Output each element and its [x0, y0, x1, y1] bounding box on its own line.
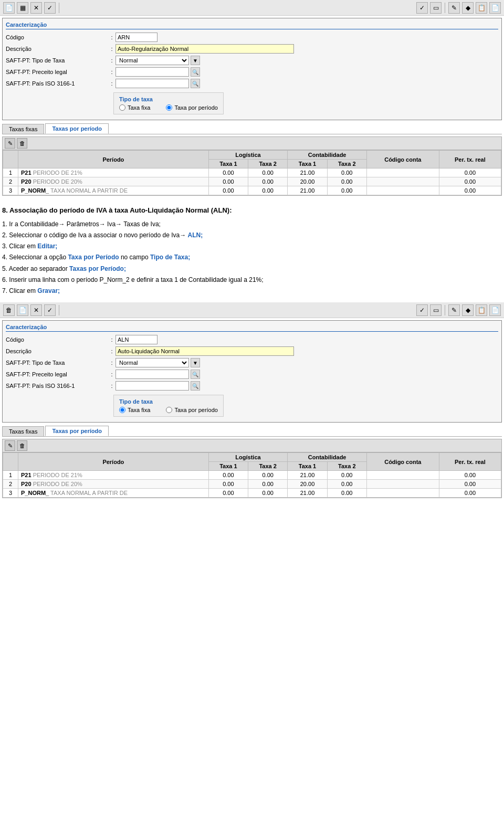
col-header-contabilidade1: Contabilidade	[288, 151, 367, 160]
radio-periodo-option2[interactable]: Taxa por período	[166, 407, 218, 413]
cell-codigo	[366, 480, 439, 489]
saft-pais-dropdown2: 🔍	[116, 381, 498, 391]
diamond-button[interactable]: ◆	[462, 2, 474, 14]
cell-pertx: 0.00	[439, 177, 501, 186]
tab-underline1	[2, 134, 502, 134]
tabs-bar1: Taxas fixas Taxas por período	[2, 123, 502, 134]
step2-bold: ALN;	[188, 231, 203, 239]
code-input2[interactable]	[116, 335, 158, 344]
cell-num: 1	[3, 168, 18, 177]
cell-log2: 0.00	[248, 480, 288, 489]
saft-taxa-btn1[interactable]: ▼	[191, 56, 200, 65]
tbl-delete-btn2[interactable]: 🗑	[17, 440, 27, 451]
confirm-button[interactable]: ✓	[44, 2, 56, 14]
col-cont-taxa2-2: Taxa 2	[327, 462, 366, 471]
code-input1[interactable]	[116, 33, 158, 42]
cell-num: 1	[3, 471, 18, 480]
radio-fixa-label1: Taxa fixa	[128, 104, 150, 111]
saft-pais-btn2[interactable]: 🔍	[191, 381, 200, 391]
cell-codigo	[366, 489, 439, 498]
tab-fixas2[interactable]: Taxas fixas	[2, 426, 44, 436]
cell-pertx: 0.00	[439, 168, 501, 177]
cell-pertx: 0.00	[439, 186, 501, 195]
cell-cont2: 0.00	[327, 177, 366, 186]
new-btn2[interactable]: 📄	[17, 304, 28, 316]
grid-button[interactable]: ▦	[17, 2, 28, 14]
saft-preceito-input1[interactable]	[116, 67, 189, 77]
tab-fixas1[interactable]: Taxas fixas	[2, 124, 44, 134]
col-cont-taxa1-2: Taxa 1	[288, 462, 327, 471]
saft-preceito-btn2[interactable]: 🔍	[191, 370, 200, 379]
diamond-btn2[interactable]: ◆	[462, 304, 474, 316]
saft-taxa-select1[interactable]: Normal	[116, 56, 189, 65]
pencil-button[interactable]: ✎	[448, 2, 460, 14]
step7: 7. Clicar em Gravar;	[2, 286, 502, 296]
radio-fixa-option1[interactable]: Taxa fixa	[119, 104, 150, 111]
step2: 2. Seleccionar o código de Iva a associa…	[2, 230, 502, 240]
toolbar1: 📄 ▦ ✕ ✓ ✓ ▭ ✎ ◆ 📋 📄	[0, 0, 504, 16]
copy-button[interactable]: 📋	[476, 2, 487, 14]
saft-taxa-btn2[interactable]: ▼	[191, 358, 200, 367]
radio-periodo1[interactable]	[166, 104, 172, 111]
desc-input2[interactable]	[116, 346, 294, 356]
saft-preceito-row1: SAFT-PT: Preceito legal : 🔍	[6, 67, 498, 77]
desc-label1: Descrição	[6, 46, 108, 52]
paste-btn2[interactable]: 📄	[489, 304, 501, 316]
delete-btn2[interactable]: 🗑	[3, 304, 15, 316]
desc-label2: Descrição	[6, 348, 108, 354]
section-header2: Caracterização	[6, 324, 498, 332]
radio-periodo-option1[interactable]: Taxa por período	[166, 104, 218, 111]
cell-num: 3	[3, 489, 18, 498]
table-row: 1 P21 PERIODO DE 21% 0.00 0.00 21.00 0.0…	[3, 168, 501, 177]
paste-button[interactable]: 📄	[489, 2, 501, 14]
separator2	[445, 3, 445, 13]
saft-taxa-row2: SAFT-PT: Tipo de Taxa : Normal ▼	[6, 358, 498, 367]
instructions-section: 8. Associação do período de IVA à taxa A…	[2, 205, 502, 296]
confirm-btn2[interactable]: ✓	[44, 304, 56, 316]
col-header-logistica2: Logística	[208, 453, 288, 462]
desc-input1[interactable]	[116, 44, 294, 54]
cell-code: P21 PERIODO DE 21%	[18, 471, 209, 480]
form2-container: Caracterização Código : Descrição : SAFT…	[2, 320, 502, 423]
frame-btn2[interactable]: ▭	[430, 304, 442, 316]
saft-taxa-row1: SAFT-PT: Tipo de Taxa : Normal ▼	[6, 56, 498, 65]
tab-periodo1[interactable]: Taxas por período	[45, 123, 109, 134]
cell-codigo	[366, 186, 439, 195]
delete2-btn2[interactable]: ✕	[30, 304, 42, 316]
saft-pais-btn1[interactable]: 🔍	[191, 79, 200, 88]
tbl-edit-btn1[interactable]: ✎	[5, 138, 15, 149]
delete-button[interactable]: ✕	[30, 2, 42, 14]
separator	[59, 3, 59, 13]
check-button[interactable]: ✓	[416, 2, 428, 14]
saft-preceito-btn1[interactable]: 🔍	[191, 67, 200, 77]
saft-taxa-select2[interactable]: Normal	[116, 358, 189, 367]
copy-btn2[interactable]: 📋	[476, 304, 487, 316]
col-header-pertx1: Per. tx. real	[439, 151, 501, 168]
col-header-periodo2: Período	[18, 453, 209, 471]
code-label2: Código	[6, 336, 108, 343]
check-btn2[interactable]: ✓	[416, 304, 428, 316]
col-header-num1	[3, 151, 18, 168]
radio-fixa1[interactable]	[119, 104, 125, 111]
tab-periodo2[interactable]: Taxas por período	[45, 426, 109, 436]
col-header-periodo1: Período	[18, 151, 209, 168]
saft-pais-row2: SAFT-PT: País ISO 3166-1 : 🔍	[6, 381, 498, 391]
saft-taxa-label1: SAFT-PT: Tipo de Taxa	[6, 57, 108, 64]
frame-button[interactable]: ▭	[430, 2, 442, 14]
tbl-delete-btn1[interactable]: 🗑	[17, 138, 27, 149]
cell-cont1: 21.00	[288, 168, 327, 177]
saft-preceito-input2[interactable]	[116, 370, 189, 379]
new-button[interactable]: 📄	[3, 2, 15, 14]
cell-log1: 0.00	[208, 186, 248, 195]
separator3	[59, 305, 59, 315]
cell-code: P_NORM_ TAXA NORMAL A PARTIR DE	[18, 489, 209, 498]
radio-periodo2[interactable]	[166, 407, 172, 413]
pencil-btn2[interactable]: ✎	[448, 304, 460, 316]
radio-fixa2[interactable]	[119, 407, 125, 413]
tbl-edit-btn2[interactable]: ✎	[5, 440, 15, 451]
saft-pais-input2[interactable]	[116, 381, 189, 391]
radio-fixa-option2[interactable]: Taxa fixa	[119, 407, 150, 413]
saft-pais-label1: SAFT-PT: País ISO 3166-1	[6, 80, 108, 87]
col-header-codigo2: Código conta	[366, 453, 439, 471]
saft-pais-input1[interactable]	[116, 79, 189, 88]
